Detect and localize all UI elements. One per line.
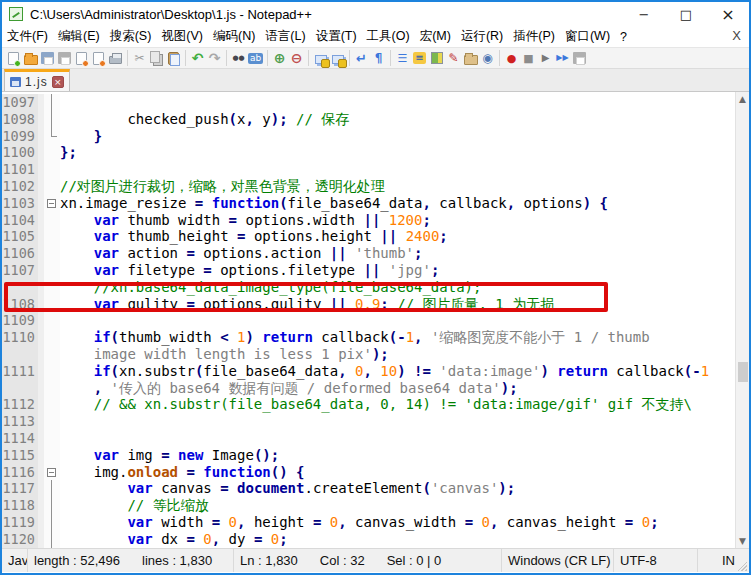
line-number: 1101 (2, 161, 38, 178)
sync-vertical-icon[interactable] (312, 49, 329, 67)
macro-run-multiple-icon[interactable]: ▶▶ (554, 49, 571, 67)
menu-item-4[interactable]: 编码(N) (208, 26, 260, 47)
menu-item-9[interactable]: 运行(R) (456, 26, 508, 47)
print-icon[interactable] (107, 49, 124, 67)
code-text (60, 94, 735, 111)
menu-item-0[interactable]: 文件(F) (2, 26, 53, 47)
code-text: var qulity = options.qulity || 0.9; // 图… (60, 296, 735, 313)
vertical-scrollbar[interactable]: ▲ ▼ (735, 92, 749, 548)
fold-margin (44, 531, 60, 548)
copy-icon[interactable] (148, 49, 165, 67)
menu-item-11[interactable]: 窗口(W) (560, 26, 615, 47)
fold-margin (44, 212, 60, 229)
code-line-1100: 1100}; (2, 144, 735, 161)
menu-item-8[interactable]: 宏(M) (415, 26, 456, 47)
save-file-icon[interactable] (39, 49, 56, 67)
close-all-icon-shape (93, 52, 104, 65)
line-number: 1108 (2, 296, 38, 313)
new-file-icon-shape (8, 52, 19, 65)
resize-grip[interactable] (736, 560, 747, 571)
menu-item-1[interactable]: 编辑(E) (53, 26, 105, 47)
macro-record-icon[interactable]: ● (503, 49, 520, 67)
macro-run-multiple-icon-glyph: ▶▶ (556, 54, 568, 62)
fold-margin[interactable] (44, 464, 60, 481)
menu-item-6[interactable]: 设置(T) (311, 26, 362, 47)
code-text: var img = new Image(); (60, 447, 735, 464)
fold-margin[interactable] (44, 195, 60, 212)
tab-close-icon[interactable]: × (52, 76, 64, 88)
cut-icon[interactable]: ✂ (131, 49, 148, 67)
define-language-icon[interactable]: ✎ (445, 49, 462, 67)
close-file-icon[interactable] (73, 49, 90, 67)
fold-margin (44, 363, 60, 380)
new-file-icon[interactable] (5, 49, 22, 67)
monitoring-eye-icon-glyph: ◉ (482, 52, 492, 64)
menu-item-10[interactable]: 插件(P) (508, 26, 560, 47)
code-line-1108: 1108 var qulity = options.qulity || 0.9;… (2, 296, 735, 313)
indent-guide-icon[interactable]: ☰ (394, 49, 411, 67)
menu-item-12[interactable]: ? (615, 28, 632, 46)
sync-vertical-icon-shape (315, 55, 327, 64)
show-all-characters-icon-glyph: ¶ (375, 52, 383, 64)
document-map-icon[interactable] (428, 49, 445, 67)
close-button[interactable]: × (707, 2, 749, 26)
editor-area[interactable]: 10971098 checked_push(x, y); // 保存1099 }… (2, 92, 749, 548)
code-text: var action = options.action || 'thumb'; (60, 245, 735, 262)
maximize-button[interactable]: □ (665, 2, 707, 26)
zoom-out-icon[interactable]: ⊖ (288, 49, 305, 67)
monitoring-eye-icon[interactable]: ◉ (479, 49, 496, 67)
code-text (60, 161, 735, 178)
zoom-in-icon[interactable]: ⊕ (271, 49, 288, 67)
undo-icon[interactable]: ↶ (189, 49, 206, 67)
code-line-1113: 1113 (2, 413, 735, 430)
sync-horizontal-icon[interactable] (329, 49, 346, 67)
toolbar-separator (308, 50, 309, 66)
tab-1js[interactable]: 1.js × (4, 69, 70, 91)
menu-item-5[interactable]: 语言(L) (260, 26, 310, 47)
find-icon[interactable]: ●● (230, 49, 247, 67)
code-text: , '传入的 base64 数据有问题 / deformed base64 da… (60, 380, 735, 397)
scrollbar-thumb[interactable] (738, 362, 748, 382)
menu-item-2[interactable]: 搜索(S) (105, 26, 157, 47)
replace-icon[interactable]: ab (247, 49, 264, 67)
macro-stop-icon-glyph: ■ (523, 53, 533, 64)
close-all-icon[interactable] (90, 49, 107, 67)
code-line-1109: 1109 (2, 312, 735, 329)
open-file-icon[interactable] (22, 49, 39, 67)
save-all-icon[interactable] (56, 49, 73, 67)
macro-play-icon[interactable]: ▶ (537, 49, 554, 67)
fold-margin (44, 94, 60, 111)
menu-item-7[interactable]: 工具(O) (362, 26, 415, 47)
minimize-button[interactable]: − (623, 2, 665, 26)
save-all-icon-shape (58, 52, 71, 64)
paste-icon[interactable] (165, 49, 182, 67)
status-sel: Sel : 0 | 0 (387, 553, 442, 568)
fold-collapse-icon[interactable] (47, 468, 56, 477)
menu-bar: 文件(F)编辑(E)搜索(S)视图(V)编码(N)语言(L)设置(T)工具(O)… (2, 26, 749, 47)
code-line-1102: 1102//对图片进行裁切，缩略，对黑色背景，透明化处理 (2, 178, 735, 195)
redo-icon[interactable]: ↷ (206, 49, 223, 67)
fold-margin (44, 245, 60, 262)
doc-close-x[interactable]: X (732, 28, 741, 43)
word-wrap-icon[interactable]: ↵ (353, 49, 370, 67)
code-text: //xn.base64_data_image_type(file_base64_… (60, 279, 735, 296)
macro-save-icon[interactable] (571, 49, 588, 67)
menu-item-3[interactable]: 视图(V) (156, 26, 208, 47)
status-eol: Windows (CR LF) (502, 549, 614, 572)
folder-as-workspace-icon[interactable] (462, 49, 479, 67)
macro-stop-icon[interactable]: ■ (520, 49, 537, 67)
code-text: var dx = 0, dy = 0; (60, 531, 735, 548)
line-number: 1106 (2, 245, 38, 262)
show-all-characters-icon[interactable]: ¶ (370, 49, 387, 67)
notepadpp-window: C:\Users\Administrator\Desktop\1.js - No… (0, 0, 751, 575)
saved-file-icon (10, 77, 21, 87)
status-encoding: UTF-8 (614, 549, 698, 572)
code-line-1110: 1110 if(thumb_width < 1) return callback… (2, 329, 735, 346)
fold-collapse-icon[interactable] (47, 199, 56, 208)
function-list-icon[interactable]: ≡ (411, 49, 428, 67)
code-line-1101: 1101 (2, 161, 735, 178)
scroll-up-icon[interactable]: ▲ (736, 92, 749, 106)
fold-margin (44, 514, 60, 531)
line-number: 1105 (2, 228, 38, 245)
scroll-down-icon[interactable]: ▼ (736, 534, 749, 548)
